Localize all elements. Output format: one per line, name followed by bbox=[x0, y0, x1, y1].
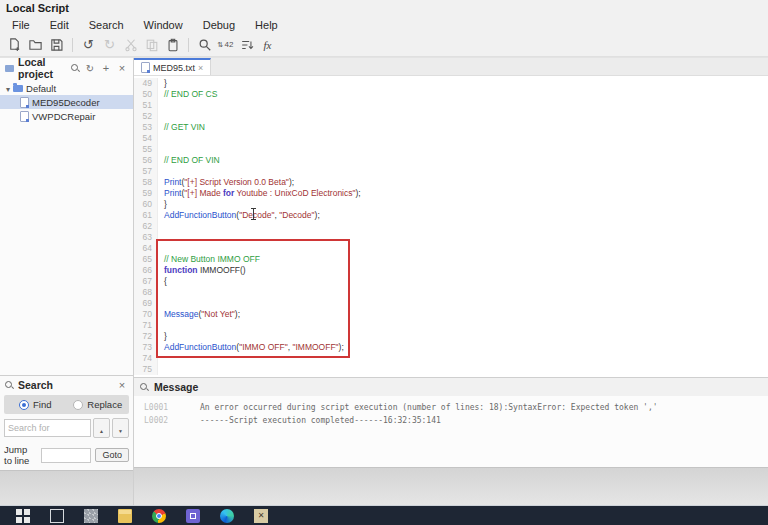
code-line[interactable]: 68 bbox=[134, 287, 768, 298]
tree-item-label: VWPDCRepair bbox=[32, 111, 95, 122]
code-line[interactable]: 66function IMMOOFF() bbox=[134, 265, 768, 276]
code-line[interactable]: 73AddFunctionButton("IMMO OFF", "IMMOOFF… bbox=[134, 342, 768, 353]
project-search-icon[interactable] bbox=[71, 64, 80, 73]
copy-button[interactable] bbox=[142, 35, 161, 54]
search-input[interactable] bbox=[4, 419, 91, 437]
code-text: AddFunctionButton("IMMO OFF", "IMMOOFF")… bbox=[158, 342, 344, 353]
message-log[interactable]: L0001An error occurred during script exe… bbox=[134, 396, 768, 467]
code-line[interactable]: 64 bbox=[134, 243, 768, 254]
log-text: An error occurred during script executio… bbox=[200, 401, 658, 414]
tree-item-med95decoder[interactable]: MED95Decoder bbox=[0, 95, 133, 109]
find-option[interactable]: Find bbox=[4, 399, 67, 410]
menu-edit[interactable]: Edit bbox=[40, 19, 79, 31]
code-line[interactable]: 58Print("[+] Script Version 0.0 Beta"); bbox=[134, 177, 768, 188]
copy-icon bbox=[145, 38, 159, 52]
code-text: function IMMOOFF() bbox=[158, 265, 246, 276]
chrome-button[interactable] bbox=[152, 509, 166, 523]
windows-start-button[interactable] bbox=[16, 509, 30, 523]
menubar: FileEditSearchWindowDebugHelp bbox=[0, 16, 768, 33]
line-number: 72 bbox=[134, 331, 158, 342]
message-panel-title: Message bbox=[154, 381, 198, 393]
code-line[interactable]: 59Print("[+] Made for Youtube : UnixCoD … bbox=[134, 188, 768, 199]
code-line[interactable]: 67{ bbox=[134, 276, 768, 287]
line-number: 63 bbox=[134, 232, 158, 243]
code-line[interactable]: 75 bbox=[134, 364, 768, 375]
line-number: 58 bbox=[134, 177, 158, 188]
code-text bbox=[158, 111, 164, 122]
menu-help[interactable]: Help bbox=[245, 19, 288, 31]
code-text: AddFunctionButton("Decode", "Decode"); bbox=[158, 210, 320, 221]
menu-file[interactable]: File bbox=[2, 19, 40, 31]
search-icon bbox=[198, 38, 212, 52]
file-explorer-button[interactable] bbox=[118, 509, 132, 523]
menu-search[interactable]: Search bbox=[79, 19, 134, 31]
search-prev-button[interactable] bbox=[93, 418, 110, 438]
script-ide-button[interactable] bbox=[186, 509, 200, 523]
code-line[interactable]: 54 bbox=[134, 133, 768, 144]
code-text: } bbox=[158, 199, 167, 210]
code-text: // END OF VIN bbox=[158, 155, 220, 166]
redo-button[interactable] bbox=[100, 35, 119, 54]
project-add-icon[interactable] bbox=[100, 62, 112, 74]
replace-radio[interactable] bbox=[73, 400, 83, 410]
code-line[interactable]: 57 bbox=[134, 166, 768, 177]
code-line[interactable]: 69 bbox=[134, 298, 768, 309]
code-line[interactable]: 51 bbox=[134, 100, 768, 111]
function-button[interactable]: fx bbox=[258, 35, 277, 54]
open-folder-button[interactable] bbox=[26, 35, 45, 54]
code-line[interactable]: 53// GET VIN bbox=[134, 122, 768, 133]
goto-button[interactable]: Goto bbox=[95, 448, 129, 462]
line-number: 56 bbox=[134, 155, 158, 166]
code-line[interactable]: 60} bbox=[134, 199, 768, 210]
project-close-icon[interactable] bbox=[116, 62, 128, 74]
tree-item-vwpdcrepair[interactable]: VWPDCRepair bbox=[0, 109, 133, 123]
jump-to-line-input[interactable] bbox=[41, 448, 91, 463]
search-next-button[interactable] bbox=[112, 418, 129, 438]
line-number: 68 bbox=[134, 287, 158, 298]
line-number: 71 bbox=[134, 320, 158, 331]
edge-button[interactable] bbox=[220, 509, 234, 523]
undo-button[interactable] bbox=[79, 35, 98, 54]
code-line[interactable]: 65// New Button IMMO OFF bbox=[134, 254, 768, 265]
code-line[interactable]: 74 bbox=[134, 353, 768, 364]
menu-debug[interactable]: Debug bbox=[193, 19, 245, 31]
goto-line-button[interactable]: 42 bbox=[216, 35, 235, 54]
code-line[interactable]: 72} bbox=[134, 331, 768, 342]
code-line[interactable]: 61AddFunctionButton("Decode", "Decode"); bbox=[134, 210, 768, 221]
code-line[interactable]: 50// END OF CS bbox=[134, 89, 768, 100]
code-line[interactable]: 49} bbox=[134, 78, 768, 89]
project-sidebar-header: Local project bbox=[0, 58, 133, 77]
jump-to-line-label: Jump to line bbox=[4, 444, 37, 466]
code-line[interactable]: 63 bbox=[134, 232, 768, 243]
project-sidebar: Local project DefaultMED95DecoderVWPDCRe… bbox=[0, 58, 134, 507]
line-number: 54 bbox=[134, 133, 158, 144]
code-line[interactable]: 62 bbox=[134, 221, 768, 232]
chevron-down-icon[interactable] bbox=[6, 83, 10, 94]
new-file-button[interactable] bbox=[5, 35, 24, 54]
replace-option[interactable]: Replace bbox=[67, 399, 130, 410]
search-button[interactable] bbox=[195, 35, 214, 54]
code-editor[interactable]: 49}50// END OF CS515253// GET VIN545556/… bbox=[134, 76, 768, 377]
code-line[interactable]: 56// END OF VIN bbox=[134, 155, 768, 166]
cut-button[interactable] bbox=[121, 35, 140, 54]
paste-button[interactable] bbox=[163, 35, 182, 54]
code-line[interactable]: 55 bbox=[134, 144, 768, 155]
task-view-button[interactable] bbox=[50, 509, 64, 523]
snipping-tool-button[interactable] bbox=[84, 509, 98, 523]
search-panel-close-icon[interactable] bbox=[116, 379, 128, 391]
code-line[interactable]: 70Message("Not Yet"); bbox=[134, 309, 768, 320]
code-line[interactable]: 52 bbox=[134, 111, 768, 122]
toolbar-separator bbox=[72, 38, 73, 52]
tree-item-default[interactable]: Default bbox=[0, 81, 133, 95]
tab-close-icon[interactable] bbox=[198, 63, 203, 73]
script-file-icon bbox=[20, 97, 29, 108]
project-refresh-icon[interactable] bbox=[84, 63, 96, 74]
notes-app-button[interactable] bbox=[254, 509, 268, 523]
sort-lines-button[interactable] bbox=[237, 35, 256, 54]
code-line[interactable]: 71 bbox=[134, 320, 768, 331]
find-radio[interactable] bbox=[19, 400, 29, 410]
replace-label: Replace bbox=[87, 399, 122, 410]
menu-window[interactable]: Window bbox=[134, 19, 193, 31]
tab-med95[interactable]: MED95.txt bbox=[134, 58, 211, 75]
save-button[interactable] bbox=[47, 35, 66, 54]
